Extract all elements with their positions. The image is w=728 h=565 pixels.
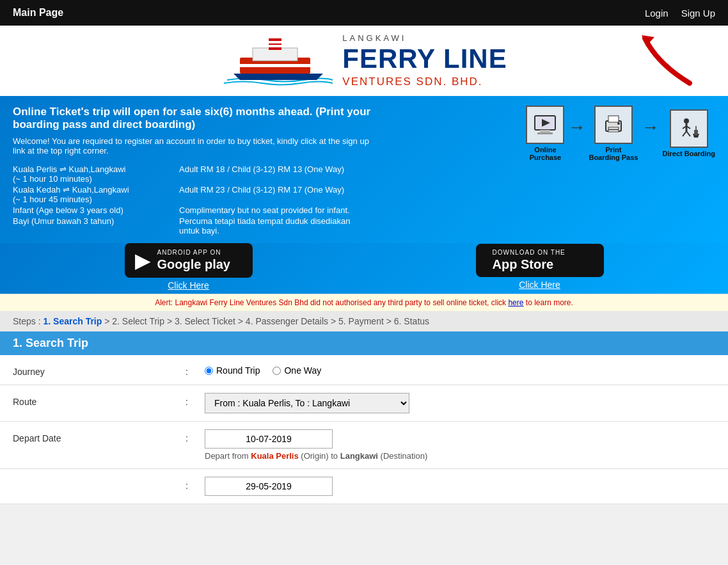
step-arrow-1: → (567, 117, 585, 138)
depart-dest: Langkawi (340, 451, 378, 461)
banner-value-1: Adult RM 23 / Child (3-12) RM 17 (One Wa… (179, 185, 344, 204)
android-app-group: ▶ ANDROID APP ON Google play Click Here (125, 243, 253, 290)
return-colon: : (186, 477, 198, 491)
header: LANGKAWI FERRY LINE VENTURES SDN. BHD. (0, 26, 728, 96)
depart-dest-suffix: (Destination) (381, 451, 428, 461)
nav-main-page[interactable]: Main Page (13, 7, 645, 19)
android-app-text: ANDROID APP ON Google play (157, 249, 230, 272)
banner-label-1: Kuala Kedah ⇌ Kuah,Langkawi (~ 1 hour 45… (13, 185, 179, 204)
svg-point-16 (684, 118, 689, 123)
svg-rect-1 (240, 64, 310, 67)
journey-row: Journey : Round Trip One Way (0, 355, 728, 385)
svg-rect-13 (608, 127, 619, 129)
return-date-input[interactable] (205, 477, 333, 496)
google-play-icon: ▶ (135, 248, 151, 273)
journey-label: Journey (13, 363, 179, 377)
online-purchase-icon (526, 106, 564, 144)
logo-text: LANGKAWI FERRY LINE VENTURES SDN. BHD. (342, 33, 507, 88)
return-date-label (13, 477, 179, 481)
step-3[interactable]: 3. Select Ticket (175, 316, 238, 326)
depart-date-input[interactable] (205, 429, 333, 449)
svg-point-15 (617, 122, 620, 125)
depart-date-label: Depart Date (13, 429, 179, 443)
logo-langkawi: LANGKAWI (342, 33, 507, 44)
alert-text: Alert: Langkawi Ferry Line Ventures Sdn … (155, 298, 506, 307)
banner: Online Ticket's trip will open for sale … (0, 96, 728, 243)
svg-rect-12 (608, 116, 619, 122)
svg-rect-22 (694, 130, 698, 135)
banner-label-3: Bayi (Umur bawah 3 tahun) (13, 216, 179, 235)
svg-rect-3 (269, 38, 281, 50)
step-2[interactable]: 2. Select Trip (112, 316, 167, 326)
step-4[interactable]: 4. Passenger Details (246, 316, 331, 326)
step-arrow-2: → (641, 117, 659, 138)
top-nav: Main Page Login Sign Up (0, 0, 728, 26)
steps-icons: OnlinePurchase → PrintBoarding Pass → (526, 106, 715, 161)
journey-one-way-radio[interactable] (273, 367, 281, 375)
android-app-button[interactable]: ▶ ANDROID APP ON Google play (125, 243, 253, 278)
svg-line-21 (686, 131, 690, 136)
search-trip-header: 1. Search Trip (0, 331, 728, 355)
route-colon: : (186, 393, 198, 407)
depart-date-row: Depart Date : Depart from Kuala Perlis (… (0, 422, 728, 469)
nav-login[interactable]: Login (645, 8, 669, 19)
boarding-icon (670, 109, 708, 148)
android-big-label: Google play (157, 257, 230, 272)
step-sep-3: > (238, 316, 243, 326)
journey-one-way[interactable]: One Way (273, 365, 321, 376)
alert-text-end: to learn more. (526, 298, 573, 307)
android-click-here[interactable]: Click Here (168, 280, 209, 290)
ios-app-text: Download on the App Store (493, 249, 566, 272)
depart-colon: : (186, 429, 198, 443)
route-label: Route (13, 393, 179, 407)
logo-ventures: VENTURES SDN. BHD. (342, 76, 507, 88)
route-row: Route : From : Kuala Perlis, To : Langka… (0, 385, 728, 422)
svg-line-20 (683, 131, 686, 136)
journey-colon: : (186, 363, 198, 377)
banner-info-row-2: Infant (Age below 3 years old) Complimen… (13, 205, 371, 215)
banner-label-2: Infant (Age below 3 years old) (13, 205, 179, 215)
svg-rect-5 (269, 45, 281, 47)
step-5[interactable]: 5. Payment (338, 316, 386, 326)
route-select[interactable]: From : Kuala Perlis, To : Langkawi From … (205, 393, 409, 413)
nav-signup[interactable]: Sign Up (681, 8, 715, 19)
banner-main-text: Online Ticket's trip will open for sale … (13, 106, 371, 131)
banner-info-row-1: Kuala Kedah ⇌ Kuah,Langkawi (~ 1 hour 45… (13, 185, 371, 204)
nav-links: Login Sign Up (645, 8, 715, 19)
svg-rect-8 (540, 130, 550, 132)
android-small-label: ANDROID APP ON (157, 249, 230, 257)
logo-boat-icon (221, 32, 336, 90)
route-control: From : Kuala Perlis, To : Langkawi From … (205, 393, 715, 413)
banner-label-0: Kuala Perlis ⇌ Kuah,Langkawi (~ 1 hour 1… (13, 164, 179, 184)
step-sep-4: > (331, 316, 336, 326)
return-date-row: : (0, 469, 728, 504)
logo-container: LANGKAWI FERRY LINE VENTURES SDN. BHD. (221, 32, 507, 90)
journey-round-trip[interactable]: Round Trip (205, 365, 260, 376)
ios-app-button[interactable]: Download on the App Store (476, 244, 604, 277)
ios-click-here[interactable]: Click Here (519, 280, 560, 290)
steps-breadcrumb: Steps : 1. Search Trip > 2. Select Trip … (0, 311, 728, 331)
step-1[interactable]: 1. Search Trip (43, 316, 104, 326)
alert-link[interactable]: here (508, 298, 523, 307)
depart-hint-mid: (Origin) to (301, 451, 340, 461)
alert-bar: Alert: Langkawi Ferry Line Ventures Sdn … (0, 294, 728, 311)
banner-info-row-0: Kuala Perlis ⇌ Kuah,Langkawi (~ 1 hour 1… (13, 164, 371, 184)
svg-rect-14 (608, 130, 619, 132)
return-date-control (205, 477, 715, 496)
banner-info-row-3: Bayi (Umur bawah 3 tahun) Percuma tetapi… (13, 216, 371, 235)
steps-label: Steps : (13, 316, 41, 326)
banner-value-2: Complimentary but no seat provided for i… (179, 205, 350, 215)
banner-value-3: Percuma tetapi tiada tempat duduk disedi… (179, 216, 371, 235)
form-area: Journey : Round Trip One Way Route : Fro… (0, 355, 728, 504)
svg-rect-9 (537, 132, 553, 134)
ios-app-group: Download on the App Store Click Here (476, 244, 604, 290)
step-sep-5: > (386, 316, 392, 326)
banner-value-0: Adult RM 18 / Child (3-12) RM 13 (One Wa… (179, 164, 344, 184)
step-icon-print: PrintBoarding Pass (589, 106, 638, 161)
journey-control: Round Trip One Way (205, 363, 715, 376)
step-icon-online-purchase: OnlinePurchase (526, 106, 564, 161)
search-trip-title: 1. Search Trip (13, 337, 88, 349)
journey-round-trip-radio[interactable] (205, 367, 213, 375)
step-6[interactable]: 6. Status (394, 316, 429, 326)
depart-hint: Depart from Kuala Perlis (Origin) to Lan… (205, 451, 715, 461)
